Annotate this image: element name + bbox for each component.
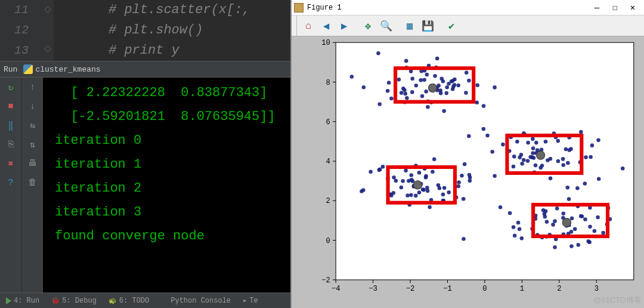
- svg-point-175: [442, 186, 447, 190]
- svg-point-205: [462, 237, 466, 241]
- svg-point-207: [570, 216, 574, 220]
- svg-point-108: [584, 155, 588, 159]
- svg-point-81: [405, 96, 409, 100]
- plot-canvas[interactable]: −4−3−2−10123−20246810 @51CTO博客: [292, 36, 644, 308]
- matplotlib-icon: [294, 3, 304, 13]
- forward-icon[interactable]: ▶: [336, 17, 352, 34]
- save-icon[interactable]: 💾: [419, 17, 436, 34]
- svg-point-147: [556, 139, 561, 143]
- pan-icon[interactable]: ✥: [360, 17, 376, 34]
- svg-point-73: [475, 100, 479, 104]
- svg-point-37: [456, 84, 460, 88]
- svg-point-158: [405, 193, 410, 198]
- close-icon[interactable]: ✖: [5, 158, 17, 170]
- status-tab[interactable]: 🐞5: Debug: [45, 297, 103, 305]
- svg-text:0: 0: [326, 237, 330, 245]
- svg-point-41: [433, 74, 437, 78]
- line-number: 11: [0, 0, 29, 20]
- svg-text:−1: −1: [443, 285, 452, 293]
- up-icon[interactable]: ↑: [27, 81, 39, 93]
- svg-point-130: [566, 161, 570, 165]
- status-tab[interactable]: Python Console: [155, 297, 237, 305]
- svg-point-254: [512, 225, 516, 229]
- svg-point-136: [531, 137, 535, 141]
- svg-point-47: [420, 94, 425, 98]
- svg-point-36: [377, 102, 382, 106]
- svg-point-55: [465, 71, 469, 75]
- svg-point-260: [536, 151, 544, 159]
- svg-point-32: [425, 73, 429, 77]
- svg-point-179: [436, 183, 441, 187]
- svg-point-113: [579, 130, 583, 134]
- svg-point-214: [567, 197, 571, 201]
- svg-point-105: [485, 134, 490, 138]
- down-icon[interactable]: ↓: [27, 100, 39, 112]
- svg-point-59: [445, 85, 449, 90]
- minimize-button[interactable]: —: [588, 3, 606, 13]
- status-tab[interactable]: 🐢6: TODO: [103, 297, 155, 305]
- zoom-icon[interactable]: 🔍: [377, 17, 394, 34]
- run-tab-bar: Run cluster_kmeans: [0, 61, 290, 78]
- svg-point-256: [543, 215, 547, 219]
- home-icon[interactable]: ⌂: [300, 17, 317, 34]
- svg-text:8: 8: [326, 79, 330, 87]
- ide-panel: 11 12 13 # plt.scatter(x[:, # plt.show()…: [0, 0, 290, 308]
- trash-icon[interactable]: 🗑: [27, 177, 39, 189]
- layout-icon[interactable]: ⎘: [5, 138, 17, 150]
- window-titlebar[interactable]: Figure 1 — ☐ ✕: [292, 0, 644, 15]
- back-icon[interactable]: ◀: [318, 17, 335, 34]
- fold-gutter: [42, 0, 54, 61]
- svg-point-189: [441, 192, 445, 196]
- svg-point-184: [410, 173, 414, 177]
- code-line: # print y: [109, 41, 290, 61]
- svg-point-160: [462, 197, 466, 201]
- fold-marker-icon[interactable]: [44, 45, 51, 52]
- console-output[interactable]: [ 2.22322228 0.83877343] [-2.59201821 8.…: [43, 78, 290, 292]
- line-number: 13: [0, 41, 29, 61]
- code-content[interactable]: # plt.scatter(x[:, # plt.show() # print …: [54, 0, 290, 61]
- svg-point-128: [493, 174, 497, 178]
- svg-text:−2: −2: [321, 276, 330, 285]
- run-label[interactable]: Run: [0, 65, 21, 74]
- run-config-name[interactable]: cluster_kmeans: [35, 65, 100, 74]
- svg-point-67: [410, 77, 414, 81]
- svg-point-204: [424, 174, 428, 178]
- rerun-icon[interactable]: ↻: [5, 81, 17, 93]
- svg-point-86: [362, 85, 366, 90]
- maximize-button[interactable]: ☐: [606, 2, 624, 13]
- softwrap-icon[interactable]: ⇅: [27, 138, 39, 150]
- swap-icon[interactable]: ⇆: [27, 119, 39, 131]
- code-line: # plt.scatter(x[:,: [109, 0, 290, 20]
- svg-point-174: [463, 162, 467, 167]
- status-tab[interactable]: 4: Run: [0, 297, 45, 305]
- svg-point-209: [601, 231, 605, 235]
- console-line: found converge node: [55, 224, 290, 248]
- svg-point-195: [426, 189, 430, 193]
- svg-point-227: [553, 245, 557, 250]
- svg-point-190: [431, 170, 435, 174]
- help-icon[interactable]: ?: [5, 177, 17, 189]
- svg-point-118: [515, 140, 519, 144]
- svg-text:3: 3: [595, 285, 599, 293]
- svg-point-218: [545, 220, 549, 224]
- ok-icon[interactable]: ✔: [443, 17, 460, 34]
- fold-marker-icon[interactable]: [44, 6, 51, 13]
- svg-point-226: [580, 214, 584, 218]
- svg-point-241: [562, 212, 566, 216]
- print-icon[interactable]: 🖶: [27, 158, 39, 170]
- figure-window: Figure 1 — ☐ ✕ ⌂◀▶✥🔍▦💾✔ −4−3−2−10123−202…: [290, 0, 644, 308]
- pause-icon[interactable]: ‖: [5, 119, 17, 131]
- svg-text:10: 10: [321, 39, 330, 47]
- svg-point-258: [551, 223, 555, 227]
- svg-point-153: [381, 165, 385, 169]
- console-line: iteration 1: [55, 153, 290, 177]
- svg-text:−2: −2: [406, 285, 415, 293]
- stop-icon[interactable]: ■: [5, 100, 17, 112]
- close-button[interactable]: ✕: [624, 2, 642, 13]
- status-tab[interactable]: ▸Te: [237, 296, 264, 305]
- code-editor[interactable]: 11 12 13 # plt.scatter(x[:, # plt.show()…: [0, 0, 290, 61]
- svg-point-66: [451, 85, 456, 89]
- svg-point-138: [564, 147, 568, 152]
- subplots-icon[interactable]: ▦: [401, 17, 418, 34]
- svg-point-110: [569, 147, 573, 151]
